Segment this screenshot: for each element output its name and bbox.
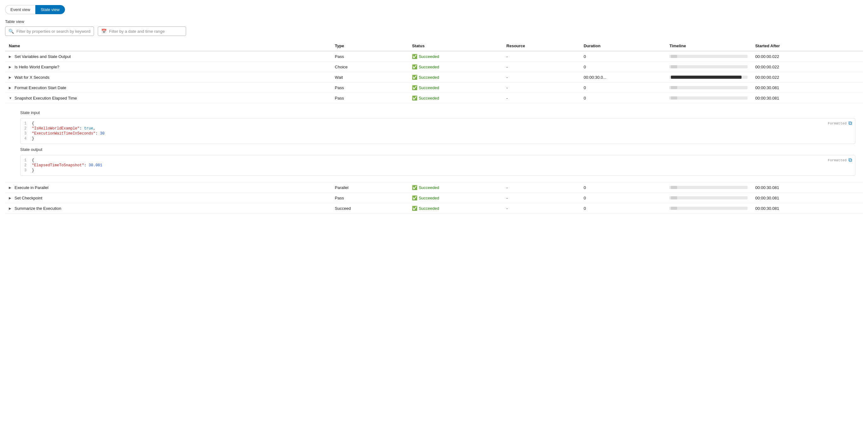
row-name[interactable]: ▶ Format Execution Start Date — [5, 82, 331, 93]
row-timeline — [665, 93, 751, 103]
row-timeline — [665, 51, 751, 62]
formatted-label-output: Formatted — [828, 159, 846, 162]
row-resource: - — [503, 182, 580, 193]
code-actions: Formatted ⧉ — [828, 120, 852, 126]
col-header-status: Status — [408, 41, 502, 51]
succeeded-icon: ✅ — [412, 64, 417, 69]
succeeded-icon: ✅ — [412, 96, 417, 101]
table-row: ▶ Execute in Parallel Parallel ✅ Succeed… — [5, 182, 863, 193]
row-name[interactable]: ▶ Execute in Parallel — [5, 182, 331, 193]
row-timeline — [665, 193, 751, 203]
row-started-after: 00:00:00.022 — [751, 51, 863, 62]
col-header-started-after: Started After — [751, 41, 863, 51]
row-timeline — [665, 62, 751, 72]
row-timeline — [665, 72, 751, 82]
row-type: Succeed — [331, 203, 408, 214]
succeeded-icon: ✅ — [412, 195, 417, 200]
row-name[interactable]: ▶ Is Hello World Example? — [5, 62, 331, 72]
search-icon: 🔍 — [8, 29, 14, 34]
row-resource: - — [503, 193, 580, 203]
table-row: ▼ Snapshot Execution Elapsed Time Pass ✅… — [5, 93, 863, 103]
state-table: Name Type Status Resource Duration Timel… — [5, 41, 863, 214]
row-resource: - — [503, 72, 580, 82]
row-expand-icon[interactable]: ▶ — [9, 86, 12, 90]
row-status: ✅ Succeeded — [408, 82, 502, 93]
datetime-filter-placeholder: Filter by a date and time range — [109, 29, 165, 34]
col-header-duration: Duration — [580, 41, 665, 51]
row-duration: 0 — [580, 203, 665, 214]
row-type: Pass — [331, 51, 408, 62]
row-status: ✅ Succeeded — [408, 62, 502, 72]
row-status: ✅ Succeeded — [408, 51, 502, 62]
row-timeline — [665, 82, 751, 93]
code-actions-output: Formatted ⧉ — [828, 157, 852, 163]
succeeded-icon: ✅ — [412, 206, 417, 211]
table-row: ▶ Format Execution Start Date Pass ✅ Suc… — [5, 82, 863, 93]
expanded-cell: State input 1{2 "IsHelloWorldExample": t… — [5, 103, 863, 182]
row-expand-icon[interactable]: ▶ — [9, 186, 12, 189]
row-duration: 0 — [580, 82, 665, 93]
succeeded-icon: ✅ — [412, 85, 417, 90]
row-started-after: 00:00:30.081 — [751, 82, 863, 93]
row-status: ✅ Succeeded — [408, 93, 502, 103]
row-timeline — [665, 203, 751, 214]
row-duration: 0 — [580, 51, 665, 62]
row-duration: 00:00:30.0... — [580, 72, 665, 82]
row-name[interactable]: ▶ Wait for X Seconds — [5, 72, 331, 82]
copy-output-icon[interactable]: ⧉ — [848, 157, 852, 163]
col-header-name: Name — [5, 41, 331, 51]
keyword-filter[interactable]: 🔍 Filter by properties or search by keyw… — [5, 27, 94, 36]
row-duration: 0 — [580, 62, 665, 72]
col-header-type: Type — [331, 41, 408, 51]
row-status: ✅ Succeeded — [408, 193, 502, 203]
row-resource: - — [503, 93, 580, 103]
row-type: Pass — [331, 82, 408, 93]
row-name[interactable]: ▶ Set Checkpoint — [5, 193, 331, 203]
row-duration: 0 — [580, 193, 665, 203]
row-started-after: 00:00:30.081 — [751, 182, 863, 193]
row-type: Choice — [331, 62, 408, 72]
row-name[interactable]: ▶ Set Variables and State Output — [5, 51, 331, 62]
view-toggle: Event view State view — [5, 5, 863, 14]
row-started-after: 00:00:30.081 — [751, 203, 863, 214]
row-type: Pass — [331, 193, 408, 203]
succeeded-icon: ✅ — [412, 185, 417, 190]
row-expand-icon[interactable]: ▼ — [9, 96, 12, 100]
event-view-button[interactable]: Event view — [5, 5, 35, 14]
row-duration: 0 — [580, 182, 665, 193]
state-input-code: 1{2 "IsHelloWorldExample": true,3 "Execu… — [20, 118, 856, 144]
row-name[interactable]: ▼ Snapshot Execution Elapsed Time — [5, 93, 331, 103]
filters-row: 🔍 Filter by properties or search by keyw… — [5, 27, 863, 36]
col-header-timeline: Timeline — [665, 41, 751, 51]
row-timeline — [665, 182, 751, 193]
state-output-label: State output — [17, 145, 859, 154]
succeeded-icon: ✅ — [412, 54, 417, 59]
row-started-after: 00:00:00.022 — [751, 62, 863, 72]
row-started-after: 00:00:00.022 — [751, 72, 863, 82]
row-resource: - — [503, 82, 580, 93]
row-expanded: State input 1{2 "IsHelloWorldExample": t… — [5, 103, 863, 182]
col-header-resource: Resource — [503, 41, 580, 51]
row-status: ✅ Succeeded — [408, 203, 502, 214]
row-started-after: 00:00:30.081 — [751, 93, 863, 103]
row-expand-icon[interactable]: ▶ — [9, 55, 12, 58]
datetime-filter[interactable]: 📅 Filter by a date and time range — [98, 27, 186, 36]
row-expand-icon[interactable]: ▶ — [9, 65, 12, 69]
row-expand-icon[interactable]: ▶ — [9, 76, 12, 79]
row-type: Parallel — [331, 182, 408, 193]
row-expand-icon[interactable]: ▶ — [9, 207, 12, 210]
row-resource: - — [503, 203, 580, 214]
row-status: ✅ Succeeded — [408, 182, 502, 193]
state-output-code: 1{2 "ElapsedTimeToSnapshot": 30.0813} Fo… — [20, 155, 856, 176]
table-row: ▶ Set Checkpoint Pass ✅ Succeeded - 0 00… — [5, 193, 863, 203]
row-duration: 0 — [580, 93, 665, 103]
succeeded-icon: ✅ — [412, 75, 417, 80]
row-expand-icon[interactable]: ▶ — [9, 196, 12, 200]
table-row: ▶ Summarize the Execution Succeed ✅ Succ… — [5, 203, 863, 214]
row-resource: - — [503, 62, 580, 72]
table-row: ▶ Is Hello World Example? Choice ✅ Succe… — [5, 62, 863, 72]
state-view-button[interactable]: State view — [35, 5, 65, 14]
row-name[interactable]: ▶ Summarize the Execution — [5, 203, 331, 214]
copy-code-icon[interactable]: ⧉ — [848, 120, 852, 126]
state-input-label: State input — [17, 108, 859, 117]
